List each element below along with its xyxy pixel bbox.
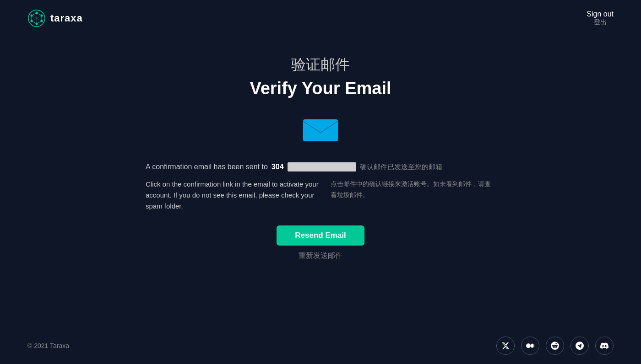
email-partial-number: 304 [272, 163, 284, 171]
svg-rect-16 [303, 119, 338, 141]
svg-line-11 [32, 21, 37, 24]
logo[interactable]: taraxa [27, 9, 83, 27]
page-title-en: Verify Your Email [250, 79, 391, 98]
taraxa-logo-icon [27, 9, 46, 27]
discord-icon-button[interactable] [595, 337, 614, 355]
medium-icon [526, 342, 534, 350]
email-icon [302, 117, 339, 144]
resend-email-button[interactable]: Resend Email [277, 225, 364, 246]
svg-line-8 [37, 13, 42, 16]
main-content: 验证邮件 Verify Your Email A confirmation em… [0, 37, 641, 261]
instruction-block: Click on the confirmation link in the em… [146, 179, 495, 212]
confirmation-prefix: A confirmation email has been sent to [146, 163, 268, 171]
twitter-icon [501, 342, 510, 350]
sign-out-label-cn: 登出 [587, 18, 614, 27]
telegram-icon-button[interactable] [570, 337, 589, 355]
telegram-icon [576, 342, 584, 350]
reddit-icon [551, 342, 559, 350]
confirmation-line: A confirmation email has been sent to 30… [146, 162, 442, 171]
sign-out-button[interactable]: Sign out 登出 [587, 10, 614, 27]
confirmation-cn: 确认邮件已发送至您的邮箱 [360, 163, 442, 171]
twitter-icon-button[interactable] [496, 337, 515, 355]
page-title-cn: 验证邮件 [291, 55, 350, 75]
footer: © 2021 Taraxa [0, 327, 641, 364]
info-section: A confirmation email has been sent to 30… [146, 162, 495, 212]
instruction-text-cn: 点击邮件中的确认链接来激活账号。如未看到邮件，请查看垃圾邮件。 [331, 179, 495, 201]
instruction-text-en: Click on the confirmation link in the em… [146, 179, 320, 212]
header: taraxa Sign out 登出 [0, 0, 641, 37]
logo-text: taraxa [50, 12, 83, 24]
medium-icon-button[interactable] [521, 337, 539, 355]
svg-line-7 [32, 13, 37, 16]
svg-line-12 [37, 21, 42, 24]
sign-out-label-en: Sign out [587, 10, 614, 18]
email-redacted-bar [288, 162, 356, 171]
social-icons-group [496, 337, 614, 355]
discord-icon [600, 342, 608, 350]
copyright-text: © 2021 Taraxa [27, 342, 69, 349]
resend-section: Resend Email 重新发送邮件 [277, 225, 364, 261]
resend-label-cn: 重新发送邮件 [299, 251, 342, 261]
reddit-icon-button[interactable] [546, 337, 564, 355]
